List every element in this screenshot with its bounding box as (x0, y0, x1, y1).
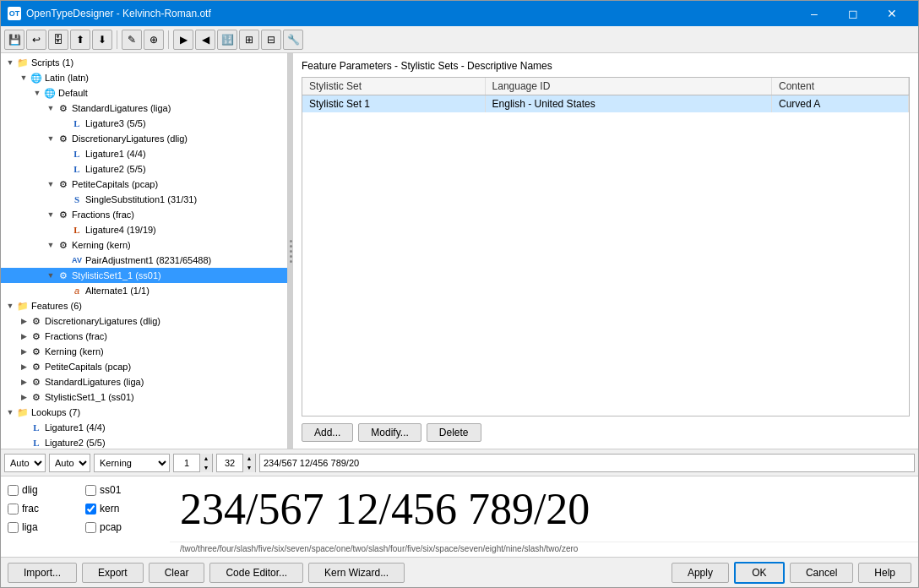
right-panel: Feature Parameters - Stylistic Sets - De… (293, 53, 918, 449)
toggle-stdlig[interactable]: ▼ (45, 102, 57, 114)
cb-pcap[interactable] (85, 522, 96, 533)
toggle-f-disclig[interactable]: ▶ (18, 315, 30, 327)
select-auto-2[interactable]: Auto (49, 454, 90, 472)
tree-item-f-ss01[interactable]: ▶ ⚙ StylisticSet1_1 (ss01) (1, 389, 287, 405)
toggle-latin[interactable]: ▼ (18, 72, 30, 84)
import-button[interactable]: Import... (8, 563, 77, 583)
toggle-features[interactable]: ▼ (4, 300, 16, 312)
spin-1-arrows: ▲ ▼ (199, 454, 212, 472)
tb-btn-10[interactable]: ⊞ (239, 30, 259, 50)
tb-btn-5[interactable]: ✎ (122, 30, 142, 50)
spin-2-input[interactable] (217, 458, 242, 468)
restore-button[interactable]: ◻ (834, 1, 873, 26)
ok-button[interactable]: OK (734, 562, 785, 584)
close-button[interactable]: ✕ (873, 1, 911, 26)
toolbar-sep-2 (168, 30, 169, 49)
tb-btn-save[interactable]: 💾 (4, 30, 24, 50)
tree-item-frac[interactable]: ▼ ⚙ Fractions (frac) (1, 207, 287, 222)
toggle-kern[interactable]: ▼ (45, 239, 57, 251)
toggle-frac[interactable]: ▼ (45, 209, 57, 220)
tree-item-f-frac[interactable]: ▶ ⚙ Fractions (frac) (1, 329, 287, 344)
tree-item-f-kern[interactable]: ▶ ⚙ Kerning (kern) (1, 344, 287, 359)
params-table-container[interactable]: Stylistic Set Language ID Content Stylis… (302, 77, 910, 416)
tree-item-lig2[interactable]: ▶ L Ligature2 (5/5) (1, 161, 287, 177)
clear-button[interactable]: Clear (149, 563, 205, 583)
delete-button[interactable]: Delete (427, 423, 481, 442)
cb-frac[interactable] (8, 504, 19, 514)
code-editor-button[interactable]: Code Editor... (209, 563, 303, 583)
toggle-scripts[interactable]: ▼ (4, 57, 16, 68)
select-kerning[interactable]: Kerning (94, 454, 170, 472)
toggle-ss01[interactable]: ▼ (45, 270, 57, 281)
tree-item-features[interactable]: ▼ 📁 Features (6) (1, 298, 287, 313)
spin-2-up[interactable]: ▲ (243, 454, 255, 463)
help-button[interactable]: Help (858, 563, 911, 583)
tree-item-petcap[interactable]: ▼ ⚙ PetiteCapitals (pcap) (1, 177, 287, 192)
tb-btn-4[interactable]: ⬇ (92, 30, 112, 50)
minimize-button[interactable]: – (795, 1, 834, 26)
tree-item-latin[interactable]: ▼ 🌐 Latin (latn) (1, 70, 287, 85)
tb-btn-undo[interactable]: ↩ (26, 30, 46, 50)
tree-item-f-stdlig[interactable]: ▶ ⚙ StandardLigatures (liga) (1, 374, 287, 389)
kern-wizard-button[interactable]: Kern Wizard... (308, 563, 405, 583)
tree-item-default[interactable]: ▼ 🌐 Default (1, 85, 287, 101)
cb-kern[interactable] (85, 504, 96, 514)
tree-item-stdlig[interactable]: ▼ ⚙ StandardLigatures (liga) (1, 101, 287, 116)
toggle-f-kern[interactable]: ▶ (18, 346, 30, 357)
tree-item-singlesub[interactable]: ▶ S SingleSubstitution1 (31/31) (1, 192, 287, 207)
toggle-petcap[interactable]: ▼ (45, 178, 57, 190)
select-auto-1[interactable]: Auto (4, 454, 46, 472)
toggle-f-stdlig[interactable]: ▶ (18, 376, 30, 388)
tree-label-lig1: Ligature1 (4/4) (85, 149, 146, 159)
tree-item-disclig[interactable]: ▼ ⚙ DiscretionaryLigatures (dlig) (1, 131, 287, 146)
cb-dlig[interactable] (8, 485, 19, 496)
cb-liga[interactable] (8, 522, 19, 533)
tb-btn-12[interactable]: 🔧 (283, 30, 303, 50)
tb-btn-3[interactable]: ⬆ (70, 30, 90, 50)
tree-item-lig4[interactable]: ▶ L Ligature4 (19/19) (1, 222, 287, 237)
tree-item-pairadj[interactable]: ▶ AV PairAdjustment1 (8231/65488) (1, 253, 287, 268)
spin-1-input[interactable] (174, 458, 199, 468)
cb-item-frac: frac (8, 500, 85, 517)
tree-item-f-petcap[interactable]: ▶ ⚙ PetiteCapitals (pcap) (1, 359, 287, 374)
tb-btn-2[interactable]: 🗄 (48, 30, 68, 50)
preview-text-input[interactable] (259, 454, 915, 472)
tree-item-scripts[interactable]: ▼ 📁 Scripts (1) (1, 55, 287, 70)
tb-btn-8[interactable]: ◀ (195, 30, 215, 50)
tree-item-alt1[interactable]: ▶ a Alternate1 (1/1) (1, 283, 287, 298)
table-buttons: Add... Modify... Delete (293, 416, 918, 449)
toggle-f-petcap[interactable]: ▶ (18, 361, 30, 373)
tree-item-l-lig2[interactable]: ▶ L Ligature2 (5/5) (1, 435, 287, 449)
toggle-f-ss01[interactable]: ▶ (18, 391, 30, 403)
tree-item-lookups[interactable]: ▼ 📁 Lookups (7) (1, 405, 287, 420)
preview-big-text: 234/567 12/456 789/20 (170, 476, 918, 542)
tree-item-lig1[interactable]: ▶ L Ligature1 (4/4) (1, 146, 287, 161)
apply-button[interactable]: Apply (672, 563, 729, 583)
tb-btn-11[interactable]: ⊟ (261, 30, 281, 50)
toggle-disclig[interactable]: ▼ (45, 133, 57, 144)
spin-1-down[interactable]: ▼ (200, 463, 212, 472)
tb-btn-6[interactable]: ⊕ (144, 30, 164, 50)
tree-item-f-disclig[interactable]: ▶ ⚙ DiscretionaryLigatures (dlig) (1, 313, 287, 329)
tree-area[interactable]: ▼ 📁 Scripts (1) ▼ 🌐 Latin (latn) ▼ 🌐 (1, 53, 287, 449)
modify-button[interactable]: Modify... (358, 423, 421, 442)
icon-lig1: L (70, 148, 84, 160)
toggle-f-frac[interactable]: ▶ (18, 330, 30, 342)
spin-1-up[interactable]: ▲ (200, 454, 212, 463)
tree-item-l-lig1[interactable]: ▶ L Ligature1 (4/4) (1, 420, 287, 435)
tree-item-ss01[interactable]: ▼ ⚙ StylisticSet1_1 (ss01) (1, 268, 287, 283)
tree-item-lig3[interactable]: ▶ L Ligature3 (5/5) (1, 116, 287, 131)
icon-lookups: 📁 (16, 406, 30, 418)
tree-item-kern[interactable]: ▼ ⚙ Kerning (kern) (1, 237, 287, 253)
toggle-lookups[interactable]: ▼ (4, 406, 16, 418)
tb-btn-9[interactable]: 🔢 (217, 30, 237, 50)
add-button[interactable]: Add... (302, 423, 353, 442)
tb-btn-7[interactable]: ▶ (173, 30, 193, 50)
export-button[interactable]: Export (82, 563, 144, 583)
toggle-default[interactable]: ▼ (31, 87, 43, 99)
cb-ss01[interactable] (85, 485, 96, 496)
spin-2-down[interactable]: ▼ (243, 463, 255, 472)
icon-f-ss01: ⚙ (30, 391, 43, 403)
cancel-button[interactable]: Cancel (790, 563, 853, 583)
table-row[interactable]: Stylistic Set 1 English - United States … (302, 95, 909, 113)
